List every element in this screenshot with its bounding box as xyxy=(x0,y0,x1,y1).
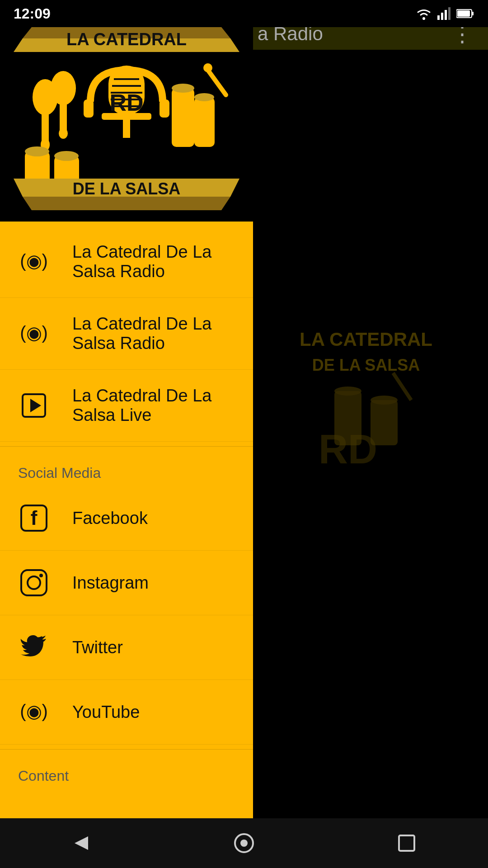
menu-item-facebook[interactable]: f Facebook xyxy=(0,486,253,551)
menu-item-twitter[interactable]: Twitter xyxy=(0,615,253,680)
signal-icon xyxy=(437,7,451,20)
svg-text:RD: RD xyxy=(319,427,377,472)
menu-item-live[interactable]: La Catedral De La Salsa Live xyxy=(0,370,253,442)
svg-point-43 xyxy=(25,146,49,156)
svg-rect-7 xyxy=(457,10,470,17)
social-media-header: Social Media xyxy=(0,451,253,486)
svg-rect-29 xyxy=(160,99,169,118)
svg-point-56 xyxy=(28,576,40,589)
svg-point-12 xyxy=(334,387,361,396)
svg-marker-47 xyxy=(23,197,230,210)
svg-point-61 xyxy=(240,840,248,847)
menu-item-youtube[interactable]: (◉) YouTube xyxy=(0,680,253,745)
divider-social xyxy=(0,446,253,447)
facebook-icon: f xyxy=(18,502,50,534)
divider-content xyxy=(0,749,253,750)
battery-icon xyxy=(456,9,474,19)
twitter-icon xyxy=(18,632,50,663)
menu-item-radio2[interactable]: (◉) La Catedral De La Salsa Radio xyxy=(0,298,253,370)
radio1-label: La Catedral De La Salsa Radio xyxy=(72,242,235,281)
svg-rect-3 xyxy=(445,10,447,20)
wifi-icon xyxy=(416,7,432,20)
svg-rect-2 xyxy=(441,13,443,20)
svg-rect-38 xyxy=(194,97,215,147)
instagram-label: Instagram xyxy=(72,573,149,593)
bottom-nav-bar xyxy=(0,818,488,868)
background-logo: LA CATEDRAL DE LA SALSA RD xyxy=(244,50,488,823)
radio1-icon: (◉) xyxy=(18,246,50,278)
svg-marker-52 xyxy=(30,399,41,412)
svg-text:f: f xyxy=(31,507,38,529)
status-time: 12:09 xyxy=(14,5,51,22)
svg-rect-4 xyxy=(448,7,450,20)
svg-text:DE LA SALSA: DE LA SALSA xyxy=(73,179,181,198)
svg-point-37 xyxy=(172,84,194,93)
youtube-label: YouTube xyxy=(72,703,140,722)
svg-text:RD: RD xyxy=(109,90,143,116)
svg-text:LA CATEDRAL: LA CATEDRAL xyxy=(300,329,432,350)
svg-marker-59 xyxy=(75,836,88,850)
back-button[interactable] xyxy=(63,825,99,861)
svg-point-57 xyxy=(39,574,43,577)
svg-text:DE LA SALSA: DE LA SALSA xyxy=(312,356,420,374)
menu-item-instagram[interactable]: Instagram xyxy=(0,551,253,615)
radio2-icon: (◉) xyxy=(18,318,50,349)
facebook-label: Facebook xyxy=(72,509,148,528)
svg-point-24 xyxy=(59,128,68,139)
svg-rect-62 xyxy=(399,835,414,851)
svg-text:(◉): (◉) xyxy=(20,251,47,271)
drawer-logo: LA CATEDRAL RD xyxy=(0,0,253,222)
svg-rect-1 xyxy=(437,15,440,20)
bg-logo-svg: LA CATEDRAL DE LA SALSA RD xyxy=(276,301,456,572)
live-icon xyxy=(18,390,50,421)
svg-point-0 xyxy=(422,17,425,20)
svg-text:(◉): (◉) xyxy=(20,701,47,721)
menu-item-radio1[interactable]: (◉) La Catedral De La Salsa Radio xyxy=(0,226,253,298)
svg-rect-28 xyxy=(84,99,94,118)
app-logo-svg: LA CATEDRAL RD xyxy=(14,7,239,215)
radio2-label: La Catedral De La Salsa Radio xyxy=(72,314,235,353)
svg-text:(◉): (◉) xyxy=(20,323,47,343)
svg-point-41 xyxy=(203,63,212,72)
recents-button[interactable] xyxy=(389,825,425,861)
navigation-drawer: LA CATEDRAL RD xyxy=(0,0,253,868)
svg-point-39 xyxy=(194,93,214,101)
youtube-icon: (◉) xyxy=(18,696,50,728)
svg-rect-27 xyxy=(123,120,130,138)
svg-rect-36 xyxy=(172,88,194,147)
menu-items-list: (◉) La Catedral De La Salsa Radio (◉) La… xyxy=(0,222,253,868)
svg-point-45 xyxy=(54,151,79,161)
status-icons xyxy=(416,7,474,20)
live-label: La Catedral De La Salsa Live xyxy=(72,386,235,425)
svg-point-13 xyxy=(371,396,398,405)
content-header: Content xyxy=(0,754,253,789)
svg-line-14 xyxy=(393,373,411,400)
home-button[interactable] xyxy=(226,825,262,861)
svg-rect-6 xyxy=(472,12,474,15)
status-bar: 12:09 xyxy=(0,0,488,27)
svg-text:LA CATEDRAL: LA CATEDRAL xyxy=(66,30,187,49)
instagram-icon xyxy=(18,567,50,599)
svg-point-22 xyxy=(51,71,76,105)
svg-rect-55 xyxy=(21,570,47,595)
twitter-label: Twitter xyxy=(72,638,123,657)
svg-line-40 xyxy=(208,70,226,95)
